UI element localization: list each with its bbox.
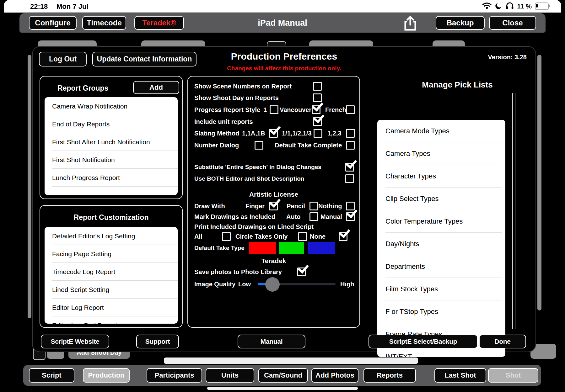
report-groups-title: Report Groups — [57, 84, 108, 93]
progress-style-1-checkbox[interactable] — [270, 105, 278, 114]
auto-checkbox[interactable] — [309, 212, 318, 221]
use-both-checkbox[interactable] — [345, 174, 354, 183]
none-label: None — [310, 233, 326, 240]
take-type-green-swatch[interactable] — [279, 242, 304, 254]
report-group-item[interactable]: End of Day Reports — [45, 115, 178, 133]
slating-1-checkbox[interactable] — [269, 129, 278, 138]
slating-2-checkbox[interactable] — [314, 129, 322, 138]
manual-label: Manual — [320, 213, 342, 220]
configure-button[interactable]: Configure — [29, 16, 77, 30]
report-customization-list: Detailed Editor's Log SettingFacing Page… — [45, 227, 178, 324]
report-customization-panel: Report Customization Detailed Editor's L… — [40, 205, 183, 328]
wifi-icon — [482, 2, 492, 11]
default-take-complete-label: Default Take Complete — [275, 142, 342, 149]
image-quality-slider[interactable] — [258, 283, 336, 285]
report-customization-item[interactable]: Editor Log Pad Report — [45, 316, 178, 324]
production-preferences-modal: Log Out Update Contact Information Produ… — [32, 46, 536, 352]
scrollbar-edge — [515, 93, 515, 329]
include-unit-checkbox[interactable] — [313, 117, 322, 126]
slating-3-checkbox[interactable] — [346, 129, 355, 138]
add-report-group-button[interactable]: Add — [133, 81, 179, 94]
finger-checkbox[interactable] — [269, 202, 278, 210]
backup-button[interactable]: Backup — [436, 16, 485, 30]
toolbar-button[interactable]: Last Shot — [434, 368, 486, 383]
circle-takes-label: Circle Takes Only — [235, 233, 288, 240]
report-customization-item[interactable]: Timecode Log Report — [45, 263, 178, 281]
report-groups-panel: Report Groups Add Camera Wrap Notificati… — [40, 76, 183, 199]
report-group-item[interactable]: Camera Wrap Notification — [45, 97, 178, 115]
french-checkbox[interactable] — [346, 105, 355, 114]
pick-list-item[interactable]: Character Types — [377, 165, 505, 188]
toolbar-button[interactable]: Production — [83, 368, 130, 383]
take-type-blue-swatch[interactable] — [308, 242, 335, 254]
done-button[interactable]: Done — [479, 335, 526, 348]
toolbar-button[interactable]: Participants — [147, 368, 202, 383]
slating-1-label: 1,1A,1B — [242, 130, 265, 137]
moon-icon — [495, 2, 503, 11]
toolbar-button[interactable]: Cam/Sound — [258, 368, 308, 383]
scripte-website-button[interactable]: ScriptE Website — [41, 335, 109, 348]
report-customization-item[interactable]: Detailed Editor's Log Setting — [45, 227, 178, 245]
report-group-item[interactable]: Lunch Progress Report — [45, 169, 178, 187]
scripte-select-backup-button[interactable]: ScriptE Select/Backup — [369, 335, 478, 348]
take-type-red-swatch[interactable] — [249, 242, 276, 254]
slider-knob[interactable] — [265, 277, 280, 292]
pick-list-item[interactable]: Camera Mode Types — [377, 120, 505, 142]
teradek-header: Teradek — [188, 257, 359, 265]
show-scene-checkbox[interactable] — [313, 82, 322, 91]
timecode-button[interactable]: Timecode — [82, 16, 126, 30]
toolbar-button[interactable]: Add Photos — [311, 368, 358, 383]
warning-text: Changes will affect this production only… — [33, 65, 535, 72]
toolbar-button[interactable]: Script — [29, 368, 74, 383]
scrollbar[interactable] — [512, 93, 513, 329]
slating-method-label: Slating Method — [194, 130, 239, 137]
all-checkbox[interactable] — [222, 232, 231, 241]
pick-list-item[interactable]: Departments — [377, 255, 505, 278]
manual-checkbox[interactable] — [346, 212, 355, 221]
print-included-label: Print Included Drawings on Lined Script — [194, 223, 314, 230]
support-button[interactable]: Support — [136, 335, 179, 348]
toolbar-button[interactable]: Units — [206, 368, 254, 383]
pick-list-item[interactable]: Day/Nights — [377, 233, 505, 255]
close-button[interactable]: Close — [489, 16, 536, 30]
pick-list-item[interactable]: Clip Select Types — [377, 188, 505, 210]
preferences-panel: Show Scene Numbers on Report Show Shoot … — [187, 76, 360, 328]
report-customization-item[interactable]: Lined Script Setting — [45, 281, 178, 299]
mark-drawings-label: Mark Drawings as Included — [194, 213, 275, 220]
substitute-checkbox[interactable] — [345, 163, 354, 172]
number-dialog-checkbox[interactable] — [255, 141, 263, 150]
report-customization-item[interactable]: Facing Page Setting — [45, 245, 178, 263]
home-indicator[interactable] — [207, 387, 358, 390]
pick-list-item[interactable]: Film Stock Types — [377, 278, 505, 300]
pick-list-item[interactable]: Color Temperature Types — [377, 210, 505, 233]
report-group-item[interactable]: First Shot Notification — [45, 151, 178, 169]
progress-style-1-label: 1 — [263, 106, 267, 114]
save-photos-checkbox[interactable] — [297, 268, 306, 276]
report-customization-item[interactable]: Editor Log Report — [45, 299, 178, 316]
none-checkbox[interactable] — [339, 232, 347, 241]
status-date: Mon 7 Jul — [56, 3, 88, 11]
pick-lists-section: Manage Pick Lists Camera Mode TypesCamer… — [377, 76, 537, 328]
artistic-license-header: Artistic License — [188, 191, 359, 198]
pick-list-item[interactable]: F or TStop Types — [377, 300, 505, 323]
top-toolbar: Configure Timecode Teradek® iPad Manual … — [19, 13, 546, 33]
toolbar-button[interactable]: Reports — [363, 368, 416, 383]
circle-takes-checkbox[interactable] — [298, 232, 307, 241]
teradek-button[interactable]: Teradek® — [134, 16, 184, 30]
pencil-checkbox[interactable] — [309, 202, 318, 210]
report-group-item[interactable]: First Shot After Lunch Notification — [45, 133, 178, 151]
french-label: French — [325, 106, 346, 114]
share-icon[interactable] — [403, 15, 417, 33]
status-icons: 11 % — [482, 2, 549, 11]
save-photos-label: Save photos to Photo Library — [194, 268, 282, 276]
vancouver-label: Vancouver — [280, 106, 311, 114]
status-time: 22:18 — [30, 3, 48, 11]
default-take-complete-checkbox[interactable] — [346, 141, 355, 150]
pick-list-item[interactable]: Camera Types — [377, 142, 505, 165]
modal-title: Production Preferences — [33, 51, 535, 62]
slating-2-label: 1/1,1/2,1/3 — [282, 130, 312, 137]
image-quality-high-label: High — [340, 281, 354, 288]
toolbar-button[interactable]: Shot — [488, 368, 538, 383]
manual-button[interactable]: Manual — [238, 335, 305, 348]
pencil-label: Pencil — [287, 203, 305, 210]
